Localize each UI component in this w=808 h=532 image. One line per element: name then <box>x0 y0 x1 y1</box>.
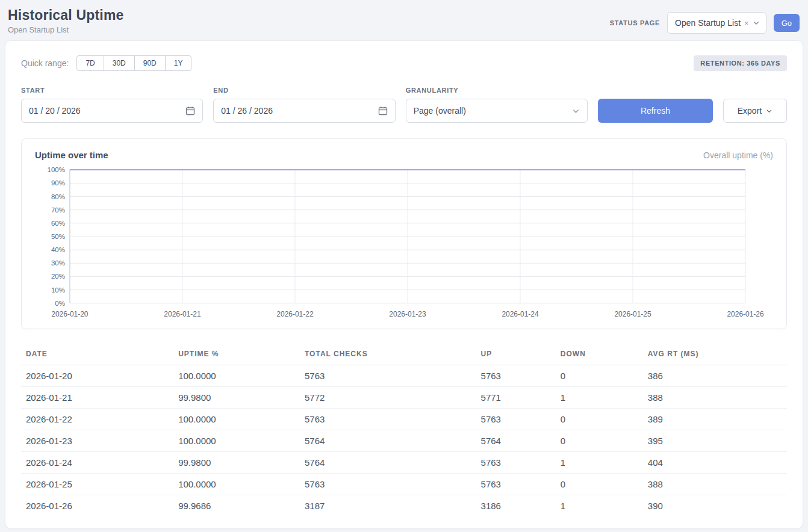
table-cell: 99.9686 <box>173 495 300 517</box>
table-cell: 5764 <box>300 430 476 452</box>
clear-status-page-icon[interactable]: × <box>744 19 749 27</box>
column-header: UP <box>476 345 556 365</box>
retention-badge: RETENTION: 365 DAYS <box>694 55 787 71</box>
granularity-label: GRANULARITY <box>406 87 588 94</box>
y-tick-label: 90% <box>51 179 65 187</box>
table-row: 2026-01-2199.9800577257711388 <box>21 387 787 409</box>
table-cell: 2026-01-26 <box>21 495 173 517</box>
table-cell: 1 <box>556 387 643 409</box>
status-page-selected: Open Startup List <box>675 18 741 28</box>
table-cell: 100.0000 <box>173 474 300 495</box>
table-row: 2026-01-2699.9686318731861390 <box>21 495 787 517</box>
chart-title: Uptime over time <box>35 150 108 160</box>
table-cell: 5763 <box>300 474 476 495</box>
page-header: Historical Uptime Open Startup List STAT… <box>0 0 808 38</box>
y-tick-label: 80% <box>51 193 65 200</box>
table-cell: 2026-01-20 <box>21 365 173 387</box>
table-row: 2026-01-20100.0000576357630386 <box>21 365 787 387</box>
status-page-label: STATUS PAGE <box>610 19 660 26</box>
quick-range-90d-button[interactable]: 90D <box>134 55 166 71</box>
granularity-field-block: GRANULARITY Page (overall) <box>406 87 588 123</box>
chevron-down-icon <box>766 108 772 114</box>
table-cell: 0 <box>556 365 643 387</box>
table-cell: 1 <box>556 452 643 474</box>
table-cell: 5763 <box>476 452 556 474</box>
table-cell: 388 <box>643 474 787 495</box>
y-tick-label: 100% <box>48 166 65 173</box>
table-cell: 5772 <box>300 387 476 409</box>
export-button-label: Export <box>738 106 762 116</box>
main-panel: Quick range: 7D30D90D1Y RETENTION: 365 D… <box>5 40 803 529</box>
table-cell: 389 <box>643 409 787 430</box>
granularity-select[interactable]: Page (overall) <box>406 99 588 123</box>
table-cell: 0 <box>556 474 643 495</box>
table-cell: 2026-01-23 <box>21 430 173 452</box>
x-tick-label: 2026-01-26 <box>727 310 764 318</box>
quick-range-label: Quick range: <box>21 58 69 68</box>
status-page-controls: STATUS PAGE Open Startup List × Go <box>610 12 800 34</box>
x-tick-label: 2026-01-25 <box>614 310 651 318</box>
y-tick-label: 20% <box>51 273 65 280</box>
table-cell: 5764 <box>476 430 556 452</box>
filter-form: START 01 / 20 / 2026 END 01 / 26 / 2026 … <box>21 87 787 123</box>
table-cell: 2026-01-21 <box>21 387 173 409</box>
quick-range-30d-button[interactable]: 30D <box>104 55 135 71</box>
calendar-icon[interactable] <box>378 106 388 116</box>
y-tick-label: 50% <box>51 233 65 240</box>
page-subtitle: Open Startup List <box>8 25 124 34</box>
table-cell: 5771 <box>476 387 556 409</box>
start-date-input[interactable]: 01 / 20 / 2026 <box>21 99 203 123</box>
export-button[interactable]: Export <box>723 99 787 123</box>
start-date-field-block: START 01 / 20 / 2026 <box>21 87 203 123</box>
column-header: TOTAL CHECKS <box>300 345 476 365</box>
page-title: Historical Uptime <box>8 7 124 23</box>
table-cell: 0 <box>556 430 643 452</box>
refresh-button[interactable]: Refresh <box>598 99 713 123</box>
end-date-field-block: END 01 / 26 / 2026 <box>213 87 395 123</box>
table-cell: 5764 <box>300 452 476 474</box>
table-cell: 5763 <box>476 365 556 387</box>
table-cell: 404 <box>643 452 787 474</box>
uptime-chart: 0%10%20%30%40%50%60%70%80%90%100%2026-01… <box>35 166 773 321</box>
quick-range-block: Quick range: 7D30D90D1Y <box>21 55 191 71</box>
table-cell: 3187 <box>300 495 476 517</box>
x-tick-label: 2026-01-24 <box>502 310 539 318</box>
chart-header: Uptime over time Overall uptime (%) <box>35 150 773 160</box>
title-block: Historical Uptime Open Startup List <box>8 7 124 34</box>
x-tick-label: 2026-01-23 <box>389 310 426 318</box>
table-cell: 2026-01-24 <box>21 452 173 474</box>
table-cell: 0 <box>556 409 643 430</box>
quick-range-group: 7D30D90D1Y <box>76 55 191 71</box>
start-date-label: START <box>21 87 203 94</box>
quick-range-1y-button[interactable]: 1Y <box>165 55 192 71</box>
column-header: DOWN <box>556 345 643 365</box>
table-cell: 395 <box>643 430 787 452</box>
chart-legend: Overall uptime (%) <box>703 150 773 160</box>
table-cell: 99.9800 <box>173 387 300 409</box>
table-cell: 2026-01-25 <box>21 474 173 495</box>
table-cell: 1 <box>556 495 643 517</box>
end-date-input[interactable]: 01 / 26 / 2026 <box>213 99 395 123</box>
table-cell: 388 <box>643 387 787 409</box>
table-cell: 100.0000 <box>173 365 300 387</box>
table-cell: 5763 <box>300 409 476 430</box>
table-cell: 100.0000 <box>173 430 300 452</box>
table-row: 2026-01-25100.0000576357630388 <box>21 474 787 495</box>
table-cell: 5763 <box>300 365 476 387</box>
column-header: AVG RT (MS) <box>643 345 787 365</box>
quick-range-row: Quick range: 7D30D90D1Y RETENTION: 365 D… <box>21 55 787 71</box>
chevron-down-icon <box>753 19 760 26</box>
table-cell: 3186 <box>476 495 556 517</box>
calendar-icon[interactable] <box>185 106 195 116</box>
x-tick-label: 2026-01-22 <box>276 310 314 318</box>
table-cell: 5763 <box>476 474 556 495</box>
quick-range-7d-button[interactable]: 7D <box>76 55 104 71</box>
table-cell: 386 <box>643 365 787 387</box>
y-tick-label: 60% <box>51 220 65 227</box>
status-page-select[interactable]: Open Startup List × <box>667 12 766 34</box>
y-tick-label: 10% <box>51 286 65 294</box>
go-button[interactable]: Go <box>774 14 800 32</box>
column-header: DATE <box>21 345 173 365</box>
y-tick-label: 40% <box>51 246 65 253</box>
start-date-value: 01 / 20 / 2026 <box>29 106 81 116</box>
